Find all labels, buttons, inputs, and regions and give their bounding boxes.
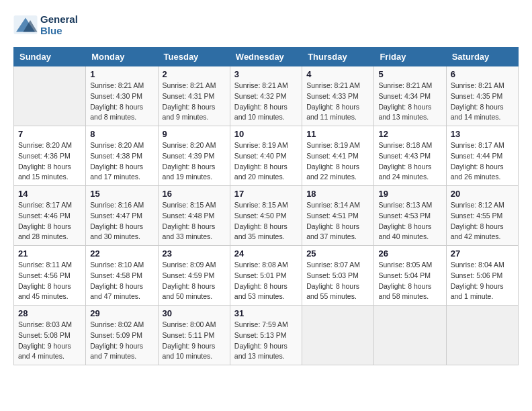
page-header: General Blue [13, 13, 519, 36]
day-number: 16 [163, 189, 226, 199]
day-cell: 22Sunrise: 8:10 AMSunset: 4:58 PMDayligh… [86, 246, 158, 306]
column-header-monday: Monday [86, 48, 158, 66]
column-header-thursday: Thursday [302, 48, 374, 66]
day-info: Sunrise: 8:16 AMSunset: 4:47 PMDaylight:… [90, 200, 153, 242]
day-info: Sunrise: 8:21 AMSunset: 4:31 PMDaylight:… [163, 81, 226, 123]
day-info: Sunrise: 7:59 AMSunset: 5:13 PMDaylight:… [234, 320, 298, 362]
day-number: 18 [306, 189, 369, 199]
day-info: Sunrise: 8:21 AMSunset: 4:33 PMDaylight:… [306, 81, 369, 123]
day-cell: 1Sunrise: 8:21 AMSunset: 4:30 PMDaylight… [86, 66, 158, 126]
week-row-5: 28Sunrise: 8:03 AMSunset: 5:08 PMDayligh… [14, 306, 519, 365]
day-number: 9 [163, 129, 226, 139]
day-cell: 17Sunrise: 8:15 AMSunset: 4:50 PMDayligh… [230, 186, 302, 246]
day-cell: 25Sunrise: 8:07 AMSunset: 5:03 PMDayligh… [302, 246, 374, 306]
day-info: Sunrise: 8:03 AMSunset: 5:08 PMDaylight:… [18, 320, 81, 362]
day-info: Sunrise: 8:02 AMSunset: 5:09 PMDaylight:… [90, 320, 153, 362]
day-cell: 18Sunrise: 8:14 AMSunset: 4:51 PMDayligh… [302, 186, 374, 246]
day-number: 1 [90, 69, 153, 79]
week-row-2: 7Sunrise: 8:20 AMSunset: 4:36 PMDaylight… [14, 126, 519, 186]
column-header-saturday: Saturday [446, 48, 518, 66]
day-cell: 29Sunrise: 8:02 AMSunset: 5:09 PMDayligh… [86, 306, 158, 365]
column-header-wednesday: Wednesday [230, 48, 302, 66]
day-cell: 10Sunrise: 8:19 AMSunset: 4:40 PMDayligh… [230, 126, 302, 186]
day-info: Sunrise: 8:18 AMSunset: 4:43 PMDaylight:… [378, 140, 441, 183]
day-info: Sunrise: 8:15 AMSunset: 4:48 PMDaylight:… [163, 200, 226, 242]
day-cell: 27Sunrise: 8:04 AMSunset: 5:06 PMDayligh… [446, 246, 518, 306]
day-info: Sunrise: 8:07 AMSunset: 5:03 PMDaylight:… [306, 260, 369, 302]
day-cell: 16Sunrise: 8:15 AMSunset: 4:48 PMDayligh… [158, 186, 230, 246]
day-cell: 15Sunrise: 8:16 AMSunset: 4:47 PMDayligh… [86, 186, 158, 246]
day-info: Sunrise: 8:17 AMSunset: 4:46 PMDaylight:… [18, 200, 81, 242]
day-cell: 24Sunrise: 8:08 AMSunset: 5:01 PMDayligh… [230, 246, 302, 306]
day-cell [302, 306, 374, 365]
day-info: Sunrise: 8:15 AMSunset: 4:50 PMDaylight:… [234, 200, 298, 242]
day-cell: 2Sunrise: 8:21 AMSunset: 4:31 PMDaylight… [158, 66, 230, 126]
day-number: 19 [378, 189, 441, 199]
day-number: 30 [163, 308, 226, 318]
day-number: 20 [451, 189, 514, 199]
day-cell: 30Sunrise: 8:00 AMSunset: 5:11 PMDayligh… [158, 306, 230, 365]
day-number: 7 [18, 129, 81, 139]
day-cell: 23Sunrise: 8:09 AMSunset: 4:59 PMDayligh… [158, 246, 230, 306]
day-info: Sunrise: 8:09 AMSunset: 4:59 PMDaylight:… [163, 260, 226, 302]
header-row: SundayMondayTuesdayWednesdayThursdayFrid… [14, 48, 519, 66]
day-number: 12 [378, 129, 441, 139]
day-cell: 8Sunrise: 8:20 AMSunset: 4:38 PMDaylight… [86, 126, 158, 186]
day-cell: 6Sunrise: 8:21 AMSunset: 4:35 PMDaylight… [446, 66, 518, 126]
day-number: 5 [378, 69, 441, 79]
day-number: 22 [90, 248, 153, 259]
day-info: Sunrise: 8:00 AMSunset: 5:11 PMDaylight:… [163, 320, 226, 362]
day-number: 6 [451, 69, 514, 79]
day-cell [374, 306, 446, 365]
day-cell: 5Sunrise: 8:21 AMSunset: 4:34 PMDaylight… [374, 66, 446, 126]
day-number: 29 [90, 308, 153, 318]
day-number: 14 [18, 189, 81, 199]
week-row-1: 1Sunrise: 8:21 AMSunset: 4:30 PMDaylight… [14, 66, 519, 126]
column-header-sunday: Sunday [14, 48, 86, 66]
day-number: 15 [90, 189, 153, 199]
day-number: 17 [234, 189, 298, 199]
day-number: 11 [306, 129, 369, 139]
week-row-4: 21Sunrise: 8:11 AMSunset: 4:56 PMDayligh… [14, 246, 519, 306]
day-cell: 31Sunrise: 7:59 AMSunset: 5:13 PMDayligh… [230, 306, 302, 365]
day-cell: 19Sunrise: 8:13 AMSunset: 4:53 PMDayligh… [374, 186, 446, 246]
day-cell: 13Sunrise: 8:17 AMSunset: 4:44 PMDayligh… [446, 126, 518, 186]
logo-icon [13, 15, 38, 34]
day-number: 27 [451, 248, 514, 259]
day-number: 2 [163, 69, 226, 79]
day-cell: 14Sunrise: 8:17 AMSunset: 4:46 PMDayligh… [14, 186, 86, 246]
day-info: Sunrise: 8:21 AMSunset: 4:30 PMDaylight:… [90, 81, 153, 123]
day-info: Sunrise: 8:08 AMSunset: 5:01 PMDaylight:… [234, 260, 298, 302]
day-info: Sunrise: 8:10 AMSunset: 4:58 PMDaylight:… [90, 260, 153, 302]
day-cell: 28Sunrise: 8:03 AMSunset: 5:08 PMDayligh… [14, 306, 86, 365]
calendar-table: SundayMondayTuesdayWednesdayThursdayFrid… [13, 47, 519, 365]
day-cell: 9Sunrise: 8:20 AMSunset: 4:39 PMDaylight… [158, 126, 230, 186]
day-number: 13 [451, 129, 514, 139]
day-cell [446, 306, 518, 365]
day-info: Sunrise: 8:12 AMSunset: 4:55 PMDaylight:… [451, 200, 514, 242]
day-cell: 20Sunrise: 8:12 AMSunset: 4:55 PMDayligh… [446, 186, 518, 246]
day-cell: 4Sunrise: 8:21 AMSunset: 4:33 PMDaylight… [302, 66, 374, 126]
logo: General Blue [13, 13, 78, 36]
column-header-friday: Friday [374, 48, 446, 66]
day-info: Sunrise: 8:17 AMSunset: 4:44 PMDaylight:… [451, 140, 514, 183]
day-info: Sunrise: 8:20 AMSunset: 4:39 PMDaylight:… [163, 140, 226, 183]
day-number: 21 [18, 248, 81, 259]
day-info: Sunrise: 8:19 AMSunset: 4:41 PMDaylight:… [306, 140, 369, 183]
week-row-3: 14Sunrise: 8:17 AMSunset: 4:46 PMDayligh… [14, 186, 519, 246]
day-number: 10 [234, 129, 298, 139]
day-info: Sunrise: 8:05 AMSunset: 5:04 PMDaylight:… [378, 260, 441, 302]
day-number: 25 [306, 248, 369, 259]
day-number: 23 [163, 248, 226, 259]
day-info: Sunrise: 8:21 AMSunset: 4:34 PMDaylight:… [378, 81, 441, 123]
day-cell: 3Sunrise: 8:21 AMSunset: 4:32 PMDaylight… [230, 66, 302, 126]
day-number: 28 [18, 308, 81, 318]
day-cell: 11Sunrise: 8:19 AMSunset: 4:41 PMDayligh… [302, 126, 374, 186]
day-info: Sunrise: 8:20 AMSunset: 4:38 PMDaylight:… [90, 140, 153, 183]
day-info: Sunrise: 8:19 AMSunset: 4:40 PMDaylight:… [234, 140, 298, 183]
day-cell: 26Sunrise: 8:05 AMSunset: 5:04 PMDayligh… [374, 246, 446, 306]
day-info: Sunrise: 8:21 AMSunset: 4:32 PMDaylight:… [234, 81, 298, 123]
day-number: 3 [234, 69, 298, 79]
day-cell: 21Sunrise: 8:11 AMSunset: 4:56 PMDayligh… [14, 246, 86, 306]
column-header-tuesday: Tuesday [158, 48, 230, 66]
